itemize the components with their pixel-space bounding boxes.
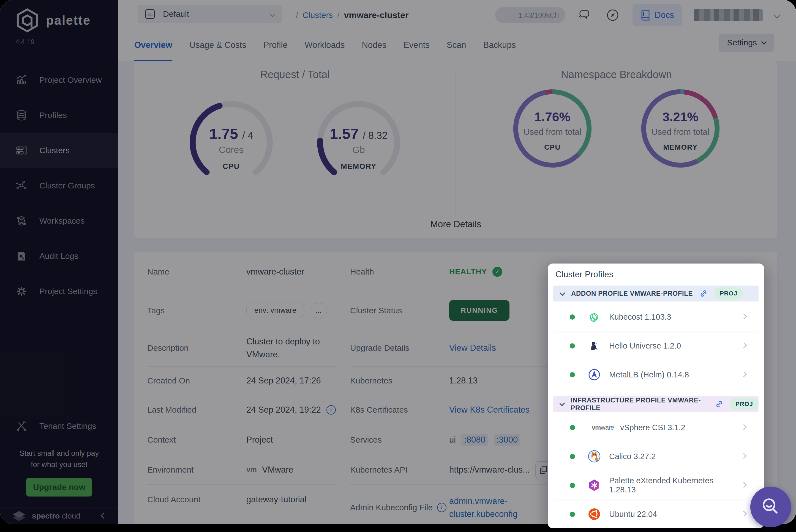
layer-name: Ubuntu 22.04	[609, 510, 657, 519]
addon-profile-name: ADDON PROFILE VMWARE-PROFILE	[571, 290, 693, 297]
chevron-right-icon	[742, 425, 746, 430]
vmware-logo: vmware	[588, 421, 618, 434]
proj-badge: PROJ	[714, 287, 743, 300]
palette-pxk-logo	[588, 479, 601, 492]
layer-name: Calico 3.27.2	[609, 452, 655, 461]
layer-row-metallb[interactable]: MetalLB (Helm) 0.14.8	[553, 360, 759, 389]
hello-universe-logo	[588, 339, 601, 353]
infrastructure-profile-header[interactable]: INFRASTRUCTURE PROFILE VMWARE-PROFILE PR…	[553, 396, 759, 412]
chevron-down-icon	[559, 400, 565, 406]
layer-name: MetalLB (Helm) 0.14.8	[609, 370, 689, 379]
kubecost-logo	[588, 310, 601, 323]
panel-title: Cluster Profiles	[555, 270, 613, 280]
status-dot-green	[570, 454, 575, 459]
layer-row-vsphere-csi[interactable]: vmware vSphere CSI 3.1.2	[553, 413, 759, 442]
search-icon	[759, 495, 782, 518]
layer-row-hello-universe[interactable]: Hello Universe 1.2.0	[553, 331, 759, 360]
chevron-right-icon	[742, 315, 746, 320]
layer-row-calico[interactable]: Calico 3.27.2	[553, 442, 759, 471]
infrastructure-profile-name: INFRASTRUCTURE PROFILE VMWARE-PROFILE	[571, 396, 708, 412]
proj-badge: PROJ	[730, 398, 759, 410]
status-dot-green	[570, 372, 575, 377]
status-dot-green	[570, 315, 575, 320]
metallb-logo	[588, 368, 601, 381]
infrastructure-profile-layers: vmware vSphere CSI 3.1.2 Calico 3.27.2	[553, 413, 759, 528]
layer-row-ubuntu[interactable]: Ubuntu 22.04	[553, 500, 759, 528]
chevron-down-icon	[559, 290, 566, 296]
layer-row-palette-kubernetes[interactable]: Palette eXtended Kubernetes 1.28.13	[553, 471, 759, 500]
ubuntu-logo	[588, 508, 601, 521]
chevron-right-icon	[742, 372, 746, 377]
chevron-right-icon	[742, 483, 746, 488]
chevron-right-icon	[742, 512, 746, 517]
link-icon[interactable]	[699, 289, 708, 298]
addon-profile-header[interactable]: ADDON PROFILE VMWARE-PROFILE PROJ	[553, 286, 759, 302]
status-dot-green	[570, 425, 575, 430]
layer-name: Hello Universe 1.2.0	[609, 341, 681, 350]
calico-logo	[588, 450, 601, 463]
link-icon[interactable]	[715, 400, 723, 408]
layer-name: Palette eXtended Kubernetes 1.28.13	[609, 476, 742, 494]
addon-profile-layers: Kubecost 1.103.3 Hello Universe 1.2.0	[553, 303, 759, 389]
status-dot-green	[570, 343, 575, 348]
cluster-profiles-panel: Cluster Profiles ADDON PROFILE VMWARE-PR…	[548, 264, 764, 528]
status-dot-green	[570, 512, 575, 517]
chevron-right-icon	[742, 343, 746, 348]
search-fab-button[interactable]	[750, 487, 791, 527]
chevron-right-icon	[742, 454, 746, 459]
layer-name: vSphere CSI 3.1.2	[620, 423, 685, 432]
status-dot-green	[570, 483, 575, 488]
layer-name: Kubecost 1.103.3	[609, 312, 671, 322]
layer-row-kubecost[interactable]: Kubecost 1.103.3	[553, 303, 759, 331]
